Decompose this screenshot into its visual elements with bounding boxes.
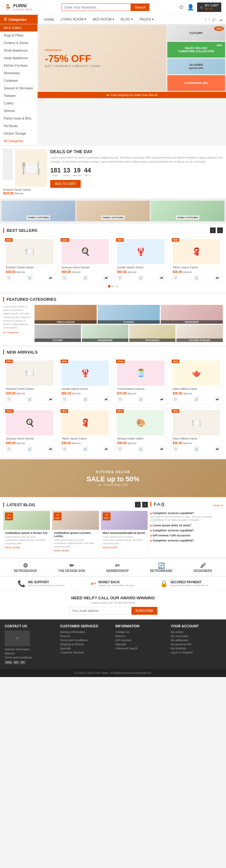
sidebar-item-all[interactable]: All Categories [0, 137, 37, 145]
logo[interactable]: 🪑 FURNI Furniture Store [5, 3, 32, 11]
dot-3[interactable] [115, 285, 118, 287]
nav-pages[interactable]: PAGES ▾ [136, 15, 157, 24]
cat-banner-dining[interactable]: FAMILY KITCHEN [76, 201, 150, 221]
cart-button[interactable]: 🛒 MY CART $0.00 [197, 2, 221, 12]
new-product-4[interactable]: NEW 🫖 Inlarn Milnun Facon $36.00$50.00 ♡… [170, 358, 223, 405]
deal-thumb-1[interactable] [3, 149, 12, 159]
brand-designers[interactable]: 🖊 DESIGNERS [194, 562, 212, 572]
wishlist-btn-4[interactable]: ♡ [173, 275, 178, 281]
sale-banner[interactable]: KITCHEN DECOR SALE up to 50% 16 - 21 Dec… [0, 459, 226, 497]
wishlist-new-7[interactable]: ♡ [117, 446, 123, 452]
cart-btn-4[interactable]: 🛒 [194, 275, 199, 281]
sidebar-item-small-app[interactable]: Small Appliances › [0, 47, 37, 55]
brand-barbershop[interactable]: ✂ BARBERSHOP [106, 562, 129, 572]
read-more-3[interactable]: READ MORE [103, 546, 146, 549]
settings-icon[interactable]: ⚙ [179, 4, 184, 11]
cart-new-2[interactable]: 🛒 [82, 396, 88, 402]
sidebar-item-petbooks[interactable]: Pet Books [0, 122, 37, 130]
cart-new-8[interactable]: 🛒 [194, 446, 199, 452]
sidebar-item-glasses[interactable]: Glasses & Stemware [0, 85, 37, 92]
footer-customer-link-6[interactable]: Customer Services [60, 651, 111, 654]
cart-new-6[interactable]: 🛒 [82, 446, 88, 452]
cart-btn-2[interactable]: 🛒 [82, 275, 88, 281]
dot-2[interactable] [112, 285, 114, 287]
wishlist-btn-3[interactable]: ♡ [117, 275, 123, 281]
nav-living[interactable]: LIVING ROOM ▾ [58, 15, 89, 24]
compare-btn-3[interactable]: ⇄ [159, 275, 164, 281]
featured-table[interactable]: TABLE & DECOR [35, 305, 97, 324]
hero-card-cookware[interactable]: COOKWARE 45% [167, 75, 225, 91]
featured-cutlery[interactable]: CUTLERY [35, 325, 81, 342]
footer-contact-link-3[interactable]: Terms and Conditions [5, 656, 55, 659]
new-product-5[interactable]: SALE 🍳 Qurruso Somo Dumas $40.00$55.00 ♡… [3, 407, 56, 455]
newsletter-input[interactable] [69, 607, 131, 615]
product-card-2[interactable]: SALE 🍳 Qurruso Somo Dumas $59.00$75.00 ♡… [59, 236, 112, 283]
new-product-8[interactable]: NEW 🍽️ Inlarn Milnun Facon $36.45$50.00 … [170, 407, 223, 455]
search-button[interactable]: Search [131, 3, 149, 11]
product-card-4[interactable]: NEW 🧣 Tikern Sacon Facon $36.00$50.00 ♡ … [170, 236, 223, 283]
sidebar-item-pantry[interactable]: Pantry foods & Bins [0, 115, 37, 122]
wishlist-new-2[interactable]: ♡ [62, 396, 67, 402]
footer-contact-link-1[interactable]: Delivery Information [5, 648, 55, 651]
sidebar-item-cookware[interactable]: Cookware [0, 77, 37, 85]
new-product-7[interactable]: NEW 🎨 Winyas Dulam Gilem $36.00$50.00 ♡ … [114, 407, 167, 455]
cart-btn-1[interactable]: 🛒 [27, 275, 33, 281]
compare-btn-4[interactable]: ⇄ [214, 275, 220, 281]
cart-new-5[interactable]: 🛒 [27, 446, 33, 452]
product-card-1[interactable]: NEW 🍽️ Emanel Turnes Sanes $34.00$50.00 … [3, 236, 56, 283]
sidebar-item-cookery[interactable]: Cookery & Dinner [0, 39, 37, 47]
read-more-1[interactable]: READ MORE [5, 546, 48, 549]
brand-design-son[interactable]: ✏ THE DESIGN SON [58, 562, 85, 572]
next-button[interactable]: › [217, 227, 223, 233]
sidebar-item-furniture[interactable]: Kitchen Furniture [0, 62, 37, 69]
hero-card-enjoy[interactable]: ENJOY 35% OFFFURNITURE COLLECTION 35% [167, 42, 225, 58]
footer-account-link-1[interactable]: My orders [171, 630, 221, 633]
wishlist-new-3[interactable]: ♡ [117, 396, 123, 402]
deal-thumb-3[interactable] [3, 170, 12, 179]
new-product-3[interactable]: SALE 🫙 Turna Daoum Lammo $70.00$89.00 ♡ … [114, 358, 167, 405]
footer-account-link-2[interactable]: My cloud data [171, 634, 221, 638]
footer-info-link-5[interactable]: Advanced Search [115, 647, 166, 650]
sidebar-item-rugs[interactable]: Rugs & Pillars [0, 32, 37, 39]
footer-customer-link-3[interactable]: Terms and Conditions [60, 639, 111, 642]
compare-btn-1[interactable]: ⇄ [48, 275, 53, 281]
featured-kitchen-storage[interactable]: KITCHEN STORAGE [177, 325, 223, 342]
sidebar-item-flatware[interactable]: Flatware [0, 92, 37, 100]
cart-new-7[interactable]: 🛒 [138, 446, 144, 452]
compare-new-5[interactable]: ⇄ [48, 446, 53, 452]
new-product-1[interactable]: NEW 🍽️ Emanel Turnes Sanes $34.00$50.00 … [3, 358, 56, 405]
cart-new-3[interactable]: 🛒 [138, 396, 144, 402]
sidebar-item-shelves[interactable]: Shelves [0, 107, 37, 115]
footer-info-link-3[interactable]: GPI Invoices [115, 639, 166, 642]
blog-next[interactable]: › [142, 502, 148, 507]
cat-banner-kitchen1[interactable]: FAMILY KITCHEN [2, 201, 75, 221]
compare-new-3[interactable]: ⇄ [159, 396, 164, 402]
footer-info-link-1[interactable]: Contact Us [115, 630, 166, 633]
blog-prev[interactable]: ‹ [135, 502, 141, 507]
user-icon[interactable]: 👤 [187, 4, 194, 11]
footer-account-link-3[interactable]: My addresses [171, 639, 221, 642]
sidebar-item-large-app[interactable]: Large Appliances [0, 55, 37, 62]
footer-account-link-6[interactable]: Log in or Register [171, 651, 221, 654]
footer-account-link-5[interactable]: My Wishlists [171, 647, 221, 650]
search-input[interactable] [62, 3, 131, 11]
faq-show-all[interactable]: Show all [214, 504, 223, 507]
product-card-3[interactable]: NEW 🦞 Sundin Mipom Nurns $50.45$65.00 ♡ … [114, 236, 167, 283]
brand-retrobrand[interactable]: 🔄 RETROBRAND [150, 562, 172, 572]
dot-1[interactable] [108, 285, 111, 287]
all-categories-link[interactable]: All Categories → [3, 331, 33, 334]
categories-button[interactable]: ☰ Categories [0, 15, 38, 24]
nav-bed[interactable]: BED ROOM ▾ [89, 15, 117, 24]
compare-new-7[interactable]: ⇄ [159, 446, 164, 452]
featured-glasses[interactable]: GLASSES [98, 305, 160, 324]
compare-new-2[interactable]: ⇄ [103, 396, 109, 402]
footer-info-link-2[interactable]: Returns [115, 634, 166, 638]
cart-btn-3[interactable]: 🛒 [138, 275, 144, 281]
twitter-icon[interactable]: t [209, 17, 210, 22]
footer-customer-link-2[interactable]: Returns [60, 634, 111, 638]
wishlist-new-5[interactable]: ♡ [6, 446, 12, 452]
wishlist-new-8[interactable]: ♡ [173, 446, 178, 452]
sidebar-item-storage[interactable]: Kitchen Storage [0, 130, 37, 137]
google-icon[interactable]: g+ [212, 17, 217, 22]
add-to-cart-button[interactable]: ADD TO CART [50, 180, 81, 188]
